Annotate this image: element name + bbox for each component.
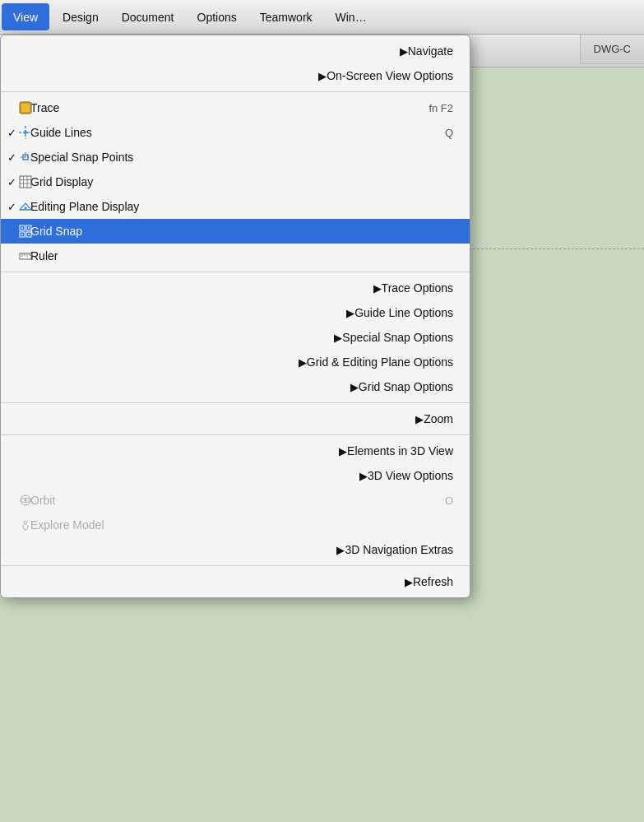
separator-1 [1,91,470,92]
separator-2 [1,272,470,272]
svg-rect-8 [20,176,31,188]
grid-display-icon [19,175,32,188]
submenu-arrow: ▶ [339,445,347,457]
menubar-item-document[interactable]: Document [110,0,186,34]
menu-item-on-screen-view-options[interactable]: ▶ On-Screen View Options [1,63,470,88]
dashed-divider [461,248,644,249]
menu-item-grid-editing-plane-options[interactable]: ▶ Grid & Editing Plane Options [1,350,470,374]
submenu-arrow: ▶ [400,45,408,58]
submenu-arrow: ▶ [336,544,345,556]
menubar-item-win[interactable]: Win… [324,0,378,34]
explore-model-icon [19,518,32,532]
editing-plane-icon [19,200,32,213]
menubar-item-options[interactable]: Options [186,0,248,34]
menu-item-trace-options[interactable]: ▶ Trace Options [1,276,470,300]
grid-snap-icon [19,225,32,238]
svg-point-23 [28,234,30,235]
separator-4 [1,434,470,435]
menubar: View Design Document Options Teamwork Wi… [0,0,644,35]
separator-3 [1,402,470,403]
menu-item-trace[interactable]: Trace fn F2 [1,95,470,120]
svg-point-22 [21,234,23,235]
check-editing-plane: ✓ [7,201,16,213]
menu-item-3d-view-options[interactable]: ▶ 3D View Options [1,463,470,488]
svg-point-20 [21,227,23,229]
ruler-icon [19,249,32,262]
check-special-snap: ✓ [7,151,16,164]
svg-point-15 [25,207,27,210]
orbit-shortcut: O [412,495,453,507]
menu-item-3d-navigation-extras[interactable]: ▶ 3D Navigation Extras [1,537,470,562]
menu-item-orbit: Orbit O [1,488,470,513]
submenu-arrow: ▶ [415,413,424,425]
menu-item-guide-line-options[interactable]: ▶ Guide Line Options [1,300,470,325]
menu-item-guide-lines[interactable]: ✓ Guide Lines Q [1,120,470,145]
menu-item-zoom[interactable]: ▶ Zoom [1,406,470,431]
view-dropdown-menu: ▶ Navigate ▶ On-Screen View Options Trac… [0,35,470,598]
menubar-item-view[interactable]: View [2,3,49,30]
orbit-icon [19,494,32,507]
submenu-arrow: ▶ [405,576,413,588]
submenu-arrow: ▶ [299,356,307,369]
svg-point-31 [25,499,27,502]
menu-item-explore-model: Explore Model [1,513,470,537]
guide-lines-shortcut: Q [412,127,453,139]
submenu-arrow: ▶ [373,282,382,295]
submenu-arrow: ▶ [318,70,327,82]
menu-item-grid-display[interactable]: ✓ Grid Display [1,170,470,194]
menu-item-elements-in-3d-view[interactable]: ▶ Elements in 3D View [1,439,470,463]
trace-icon [19,101,32,114]
check-grid-display: ✓ [7,176,16,188]
menu-item-ruler[interactable]: Ruler [1,244,470,268]
menu-item-grid-snap-options[interactable]: ▶ Grid Snap Options [1,374,470,399]
svg-point-21 [28,227,30,229]
trace-shortcut: fn F2 [396,102,453,114]
menu-item-special-snap-points[interactable]: ✓ Special Snap Points [1,145,470,170]
separator-5 [1,565,470,566]
menu-item-grid-snap[interactable]: Grid Snap [1,219,470,244]
submenu-arrow: ▶ [359,470,368,482]
guide-lines-icon [19,126,32,139]
menubar-item-design[interactable]: Design [51,0,110,34]
svg-point-4 [24,131,27,134]
menu-item-editing-plane-display[interactable]: ✓ Editing Plane Display [1,194,470,219]
svg-point-32 [24,521,27,524]
submenu-arrow: ▶ [334,332,342,344]
menubar-item-teamwork[interactable]: Teamwork [248,0,324,34]
submenu-arrow: ▶ [346,307,354,319]
submenu-arrow: ▶ [350,381,359,393]
check-guide-lines: ✓ [7,127,16,139]
menu-item-refresh[interactable]: ▶ Refresh [1,569,470,594]
menu-item-special-snap-options[interactable]: ▶ Special Snap Options [1,325,470,350]
svg-rect-1 [21,104,30,112]
dwg-label: DWG-C [580,35,645,64]
menu-item-navigate[interactable]: ▶ Navigate [1,39,470,63]
special-snap-icon [19,151,32,164]
